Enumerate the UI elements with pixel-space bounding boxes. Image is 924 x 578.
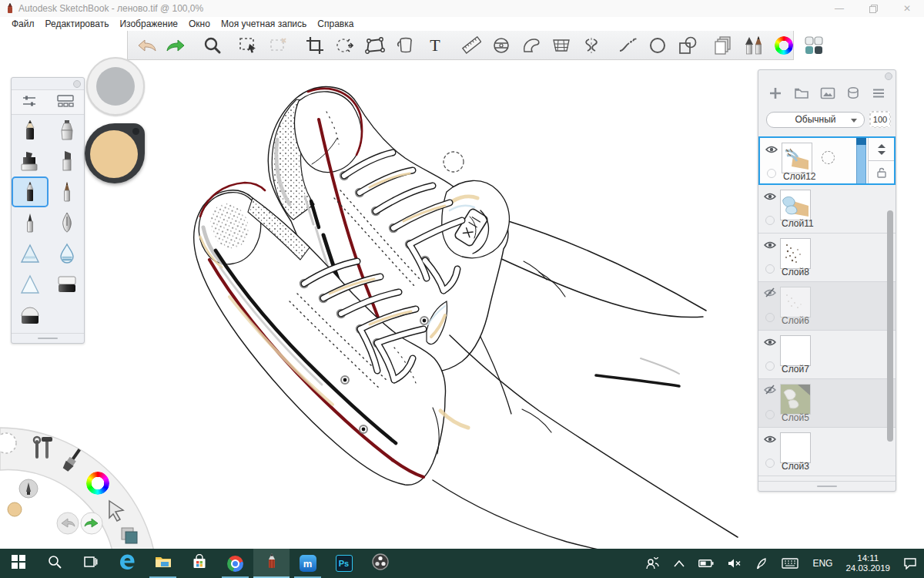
shapes-button[interactable] (672, 32, 702, 59)
brush-fine-liner[interactable] (12, 207, 49, 238)
french-curve-button[interactable] (516, 32, 546, 59)
taskbar-start-button[interactable] (0, 549, 36, 578)
layer-color-tag[interactable] (767, 169, 776, 178)
language-indicator[interactable]: ENG (805, 549, 839, 578)
text-button[interactable]: T (420, 32, 450, 59)
layer-opacity-slider[interactable] (856, 138, 866, 183)
add-image-button[interactable] (820, 87, 835, 102)
layer-eraser-button[interactable] (846, 87, 860, 102)
layer-group-button[interactable] (794, 87, 809, 102)
tray-chevron-up-icon[interactable] (667, 549, 691, 578)
layer-color-tag[interactable] (765, 216, 775, 225)
palette-close-icon[interactable] (73, 80, 81, 88)
touch-keyboard-icon[interactable] (775, 549, 805, 578)
layer-editor-header[interactable] (758, 70, 896, 81)
brush-flat-marker[interactable] (49, 146, 85, 176)
menu-3[interactable]: Окно (183, 18, 216, 29)
layer-visible-icon[interactable] (764, 433, 776, 447)
ellipse-guide-button[interactable] (486, 32, 516, 59)
zoom-tool-button[interactable] (197, 32, 227, 59)
action-center-icon[interactable] (896, 549, 924, 578)
brush-library-grid-button[interactable] (56, 94, 75, 111)
crop-button[interactable] (300, 32, 330, 59)
taskbar-photoshop-button[interactable]: Ps (326, 549, 362, 578)
redo-button[interactable] (161, 32, 191, 59)
ruler-button[interactable] (456, 32, 486, 59)
copy-paste-button[interactable] (708, 32, 738, 59)
taskbar-sketchbook-button[interactable] (253, 549, 290, 578)
fill-button[interactable] (390, 32, 420, 59)
menu-4[interactable]: Моя учетная запись (216, 18, 312, 29)
brush-chisel-marker[interactable] (12, 146, 49, 176)
layer-color-tag[interactable] (765, 361, 775, 371)
brush-airbrush[interactable] (49, 115, 85, 146)
steady-stroke-button[interactable] (612, 32, 642, 59)
add-layer-button[interactable] (768, 86, 782, 103)
layer-row-Слой8[interactable]: Слой8 (758, 234, 896, 282)
layer-row-Слой5[interactable]: Слой5 (758, 379, 896, 428)
taskbar-store-button[interactable] (181, 549, 217, 578)
layer-row-Слой11[interactable]: Слой11 (758, 185, 896, 234)
brush-paintbrush[interactable] (49, 176, 85, 207)
select-button[interactable] (233, 32, 263, 59)
layer-visible-icon[interactable] (765, 143, 778, 157)
undo-button[interactable] (131, 32, 161, 59)
copic-library-button[interactable] (798, 32, 829, 59)
transform-selection-button[interactable] (330, 32, 360, 59)
brush-pencil[interactable] (12, 115, 49, 146)
layer-opacity-field[interactable]: 100 (869, 111, 891, 128)
brush-soft-triangle[interactable] (12, 269, 49, 300)
close-button[interactable]: ✕ (890, 0, 924, 17)
distort-button[interactable] (360, 32, 390, 59)
brush-settings-button[interactable] (21, 94, 38, 111)
layer-visible-icon[interactable] (764, 239, 776, 253)
taskbar-maxthon-button[interactable]: m (290, 549, 326, 578)
taskbar-edge-button[interactable] (109, 549, 145, 578)
restore-button[interactable] (856, 0, 890, 17)
brush-hard-eraser[interactable] (49, 269, 85, 300)
deselect-button[interactable] (263, 32, 293, 59)
brush-palette-header[interactable] (12, 78, 84, 90)
layer-row-Слой7[interactable]: Слой7 (758, 331, 896, 379)
pen-icon[interactable] (748, 549, 775, 578)
taskbar-task-view-button[interactable] (72, 549, 109, 578)
layer-color-tag[interactable] (765, 264, 775, 274)
ellipse-tool-button[interactable] (642, 32, 672, 59)
taskbar-chrome-button[interactable] (217, 549, 253, 578)
blend-mode-dropdown[interactable]: Обычный (766, 112, 865, 128)
layer-scrollbar[interactable] (887, 210, 893, 442)
taskbar-file-explorer-button[interactable] (145, 549, 181, 578)
symmetry-button[interactable] (576, 32, 606, 59)
menu-2[interactable]: Изображение (114, 18, 183, 29)
layer-menu-button[interactable] (872, 88, 886, 102)
brush-blend-drop[interactable] (49, 238, 85, 269)
brush-puck[interactable] (86, 57, 145, 116)
taskbar-obs-button[interactable] (362, 549, 398, 578)
clock[interactable]: 14:1124.03.2019 (839, 553, 896, 573)
layer-color-tag[interactable] (765, 313, 775, 322)
perspective-button[interactable] (546, 32, 576, 59)
layer-visible-icon[interactable] (764, 190, 776, 204)
menu-1[interactable]: Редактировать (40, 18, 115, 29)
reorder-layer-button[interactable] (869, 138, 894, 160)
layer-editor-close-icon[interactable] (885, 72, 892, 80)
layer-color-tag[interactable] (765, 459, 775, 468)
brush-smear-triangle[interactable] (12, 238, 49, 269)
volume-muted-icon[interactable] (721, 549, 748, 578)
layer-row-Слой6[interactable]: Слой6 (758, 282, 896, 331)
color-editor-button[interactable] (768, 32, 798, 59)
color-puck[interactable] (85, 123, 145, 183)
battery-icon[interactable] (691, 549, 721, 578)
minimize-button[interactable]: — (822, 0, 856, 17)
menu-0[interactable]: Файл (6, 18, 40, 29)
layer-visible-icon[interactable] (764, 336, 776, 350)
brush-ballpoint-pen[interactable] (12, 176, 49, 207)
layer-row-Слой3[interactable]: Слой3 (758, 428, 896, 476)
menu-5[interactable]: Справка (312, 18, 359, 29)
brush-library-button[interactable] (738, 32, 768, 59)
lock-layer-button[interactable] (869, 160, 894, 183)
layer-panel-resize-handle[interactable] (758, 481, 896, 491)
brush-dome-eraser[interactable] (12, 300, 49, 331)
taskbar-search-button[interactable] (36, 549, 72, 578)
palette-resize-handle[interactable] (12, 333, 84, 343)
